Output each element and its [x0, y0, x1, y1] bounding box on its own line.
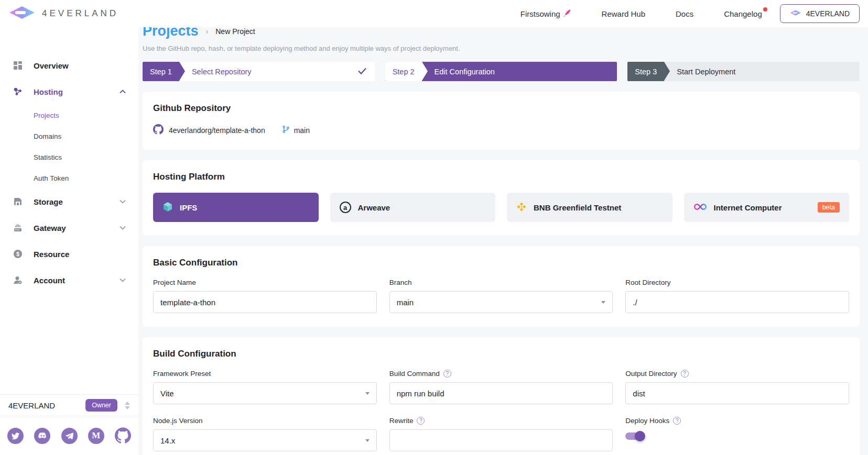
twitter-icon[interactable] — [7, 428, 24, 444]
field-build-command: Build Command ? — [389, 370, 613, 404]
platform-ipfs[interactable]: IPFS — [153, 193, 319, 222]
root-directory-input[interactable] — [625, 291, 849, 313]
field-rewrite: Rewrite ? — [389, 417, 613, 451]
platform-tiles: IPFS a Arweave BNB Greenfield Testnet — [153, 193, 849, 222]
build-configuration-card: Build Configuration Framework Preset Vit… — [143, 337, 860, 455]
github-repository-card: Github Repository 4everlandorg/template-… — [143, 92, 860, 150]
team-selector[interactable]: 4EVERLAND Owner — [0, 394, 138, 416]
help-icon[interactable]: ? — [417, 417, 425, 425]
output-directory-input[interactable] — [625, 382, 849, 404]
changelog-notification-dot — [763, 7, 767, 12]
step-2[interactable]: Step 2 Edit Configuration — [385, 62, 617, 81]
chevron-up-icon — [120, 88, 126, 95]
github-repo-icon — [153, 124, 164, 136]
help-icon[interactable]: ? — [681, 370, 689, 378]
page-title[interactable]: Projects — [143, 27, 199, 39]
nav-reward-hub[interactable]: Reward Hub — [602, 9, 645, 18]
breadcrumb: Projects › New Project — [143, 27, 860, 39]
platform-arweave[interactable]: a Arweave — [330, 193, 496, 222]
sidebar-item-statistics[interactable]: Statistics — [0, 147, 138, 168]
card-title: Build Configuration — [153, 349, 849, 359]
page-subtitle: Use the GitHub repo, hash, or template d… — [143, 45, 860, 52]
card-title: Hosting Platform — [153, 172, 849, 182]
basic-configuration-card: Basic Configuration Project Name Branch … — [143, 246, 860, 327]
hosting-cluster-icon — [13, 86, 23, 97]
breadcrumb-separator: › — [206, 27, 209, 36]
nav-firstsowing[interactable]: Firstsowing — [520, 9, 571, 18]
build-fields-row-1: Framework Preset Vite Build Command ? Ou… — [153, 370, 849, 404]
rocket-icon — [563, 9, 571, 18]
team-switch-icon[interactable] — [125, 402, 130, 409]
branch-indicator: main — [282, 125, 310, 135]
discord-icon[interactable] — [34, 428, 50, 444]
step-3[interactable]: Step 3 Start Deployment — [627, 62, 860, 81]
repo-row: 4everlandorg/template-a-thon main — [153, 124, 849, 136]
field-project-name: Project Name — [153, 279, 377, 313]
card-title: Github Repository — [153, 103, 849, 114]
logo-icon — [8, 5, 36, 23]
step-3-badge: Step 3 — [627, 62, 664, 81]
sidebar-item-storage[interactable]: Storage — [0, 188, 138, 215]
sidebar-item-hosting[interactable]: Hosting — [0, 79, 138, 105]
chevron-down-icon — [120, 225, 126, 231]
telegram-icon[interactable] — [61, 428, 78, 444]
sidebar-footer: 4EVERLAND Owner M — [0, 394, 138, 455]
deploy-hooks-toggle[interactable] — [625, 431, 646, 441]
rewrite-input[interactable] — [389, 429, 613, 451]
chevron-down-icon — [120, 198, 126, 205]
project-name-input[interactable] — [153, 291, 377, 313]
role-badge: Owner — [85, 399, 117, 412]
sidebar: Overview Hosting Projects Domains Statis… — [0, 27, 138, 455]
caret-down-icon — [601, 301, 605, 304]
help-icon[interactable]: ? — [443, 370, 451, 378]
logo-wordmark: 4EVERLAND — [42, 8, 118, 19]
brand-logo[interactable]: 4EVERLAND — [8, 5, 118, 23]
gateway-router-icon — [13, 223, 23, 233]
account-person-icon — [13, 275, 23, 285]
git-branch-icon — [282, 125, 290, 135]
breadcrumb-current: New Project — [215, 27, 255, 36]
account-logo-icon — [790, 9, 801, 18]
main-content: Projects › New Project Use the GitHub re… — [138, 27, 868, 455]
field-framework-preset: Framework Preset Vite — [153, 370, 377, 404]
nav-links: Firstsowing Reward Hub Docs Changelog — [520, 9, 762, 18]
build-fields-row-2: Node.js Version 14.x Rewrite ? Deploy Ho… — [153, 417, 849, 451]
infinity-icon — [693, 203, 707, 212]
dollar-circle-icon: $ — [13, 249, 23, 259]
sidebar-item-auth-token[interactable]: Auth Token — [0, 168, 138, 188]
node-version-select[interactable]: 14.x — [153, 429, 377, 451]
field-output-directory: Output Directory ? — [625, 370, 849, 404]
sidebar-item-gateway[interactable]: Gateway — [0, 215, 138, 241]
sidebar-item-domains[interactable]: Domains — [0, 126, 138, 147]
bnb-icon — [516, 202, 527, 214]
check-icon — [358, 67, 366, 76]
field-branch: Branch main — [389, 279, 613, 313]
sidebar-item-account[interactable]: Account — [0, 267, 138, 293]
platform-internet-computer[interactable]: Internet Computer beta — [684, 193, 850, 222]
framework-preset-select[interactable]: Vite — [153, 382, 377, 404]
step-1-badge: Step 1 — [143, 62, 179, 81]
sidebar-item-resource[interactable]: $ Resource — [0, 241, 138, 267]
step-wizard: Step 1 Select Repository Step 2 Edit Con… — [143, 62, 860, 81]
medium-icon[interactable]: M — [88, 428, 104, 444]
nav-docs[interactable]: Docs — [676, 9, 693, 18]
card-title: Basic Configuration — [153, 258, 849, 268]
arweave-icon: a — [340, 202, 351, 213]
help-icon[interactable]: ? — [673, 417, 681, 425]
ipfs-cube-icon — [162, 202, 173, 214]
sidebar-item-overview[interactable]: Overview — [0, 52, 138, 79]
github-icon[interactable] — [115, 428, 131, 444]
field-node-version: Node.js Version 14.x — [153, 417, 377, 451]
sidebar-item-projects[interactable]: Projects — [0, 105, 138, 126]
repo-name: 4everlandorg/template-a-thon — [169, 126, 265, 135]
beta-badge: beta — [818, 202, 840, 213]
top-navbar: 4EVERLAND Firstsowing Reward Hub Docs Ch… — [0, 0, 868, 27]
step-1[interactable]: Step 1 Select Repository — [143, 62, 375, 81]
branch-select[interactable]: main — [389, 291, 613, 313]
caret-down-icon — [365, 439, 370, 442]
step-2-badge: Step 2 — [385, 62, 422, 81]
build-command-input[interactable] — [389, 382, 613, 404]
account-button[interactable]: 4EVERLAND — [780, 4, 860, 23]
nav-changelog[interactable]: Changelog — [724, 9, 762, 18]
platform-bnb-greenfield[interactable]: BNB Greenfield Testnet — [507, 193, 672, 222]
